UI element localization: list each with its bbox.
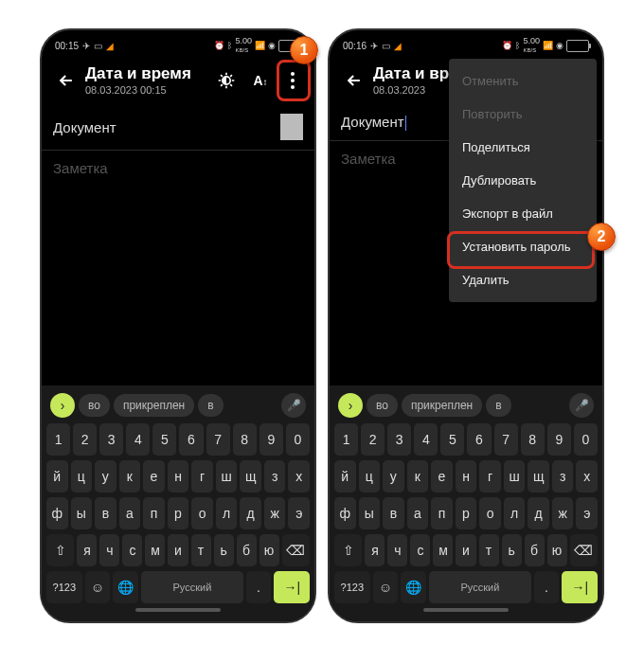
menu-password[interactable]: Установить пароль [449, 230, 597, 263]
dot-key[interactable]: . [534, 571, 560, 603]
key[interactable]: д [528, 497, 549, 529]
key-4[interactable]: 4 [126, 423, 150, 456]
backspace-key[interactable]: ⌫ [282, 534, 310, 566]
key[interactable]: х [288, 460, 310, 493]
suggestion-3[interactable]: в [486, 394, 510, 417]
key[interactable]: т [479, 534, 499, 566]
key[interactable]: у [383, 460, 404, 493]
key-7[interactable]: 7 [494, 423, 518, 456]
menu-undo[interactable]: Отменить [449, 64, 597, 98]
key[interactable]: е [143, 460, 165, 493]
mic-icon[interactable]: 🎤 [569, 393, 594, 418]
key[interactable]: й [46, 460, 68, 493]
key[interactable]: л [216, 497, 238, 529]
key[interactable]: ц [359, 460, 381, 493]
key-9[interactable]: 9 [259, 423, 283, 456]
key-5[interactable]: 5 [440, 423, 464, 456]
emoji-key[interactable]: ☺ [373, 571, 399, 603]
brightness-icon[interactable] [210, 64, 242, 97]
globe-key[interactable]: 🌐 [113, 571, 138, 603]
key[interactable]: а [407, 497, 429, 529]
menu-share[interactable]: Поделиться [449, 131, 597, 164]
key-2[interactable]: 2 [361, 423, 385, 456]
expand-button[interactable]: › [50, 393, 75, 418]
key[interactable]: и [168, 534, 188, 566]
key[interactable]: ч [99, 534, 119, 566]
key[interactable]: н [456, 460, 477, 493]
key[interactable]: э [288, 497, 310, 529]
suggestion-2[interactable]: прикреплен [402, 394, 482, 417]
keyboard[interactable]: › во прикреплен в 🎤 1 2 3 4 5 6 7 8 9 0 [330, 385, 602, 621]
key[interactable]: л [504, 497, 526, 529]
key[interactable]: ь [502, 534, 522, 566]
shift-key[interactable]: ⇧ [46, 534, 74, 566]
key[interactable]: ж [552, 497, 574, 529]
key[interactable]: г [191, 460, 213, 493]
more-button[interactable] [278, 64, 307, 97]
key[interactable]: и [456, 534, 475, 566]
key[interactable]: ц [71, 460, 93, 493]
key-4[interactable]: 4 [414, 423, 438, 456]
mic-icon[interactable]: 🎤 [281, 393, 306, 418]
key[interactable]: о [479, 497, 501, 529]
globe-key[interactable]: 🌐 [401, 571, 426, 603]
key[interactable]: о [191, 497, 213, 529]
key-9[interactable]: 9 [547, 423, 571, 456]
key-3[interactable]: 3 [387, 423, 411, 456]
note-input[interactable]: Заметка [42, 151, 314, 359]
backspace-key[interactable]: ⌫ [570, 534, 598, 566]
key[interactable]: м [433, 534, 453, 566]
document-row[interactable]: Документ [42, 104, 314, 151]
key[interactable]: п [431, 497, 453, 529]
key-8[interactable]: 8 [233, 423, 257, 456]
text-format-icon[interactable]: A↕ [244, 64, 277, 97]
key[interactable]: п [143, 497, 165, 529]
keyboard[interactable]: › во прикреплен в 🎤 1 2 3 4 5 6 7 8 9 0 [42, 385, 314, 621]
key[interactable]: д [240, 497, 261, 529]
key[interactable]: р [168, 497, 189, 529]
key[interactable]: ч [387, 534, 407, 566]
back-button[interactable] [337, 63, 371, 98]
suggestion-1[interactable]: во [367, 394, 398, 417]
key[interactable]: с [410, 534, 430, 566]
nav-bar[interactable] [135, 608, 221, 612]
key[interactable]: к [119, 460, 141, 493]
key[interactable]: а [119, 497, 141, 529]
key-8[interactable]: 8 [521, 423, 545, 456]
key[interactable]: б [237, 534, 257, 566]
key[interactable]: м [145, 534, 165, 566]
key[interactable]: щ [240, 460, 261, 493]
menu-delete[interactable]: Удалить [449, 263, 597, 296]
key[interactable]: у [95, 460, 116, 493]
shift-key[interactable]: ⇧ [334, 534, 362, 566]
key-3[interactable]: 3 [99, 423, 123, 456]
key[interactable]: й [334, 460, 356, 493]
key[interactable]: с [122, 534, 142, 566]
key[interactable]: ь [214, 534, 234, 566]
key[interactable]: ы [71, 497, 93, 529]
key[interactable]: ю [259, 534, 279, 566]
key[interactable]: в [95, 497, 116, 529]
key[interactable]: х [576, 460, 598, 493]
mode-key[interactable]: ?123 [46, 571, 82, 603]
key[interactable]: р [456, 497, 477, 529]
suggestion-3[interactable]: в [198, 394, 223, 417]
key-7[interactable]: 7 [206, 423, 230, 456]
key[interactable]: ш [504, 460, 526, 493]
key[interactable]: ф [334, 497, 356, 529]
document-thumb[interactable] [280, 114, 303, 140]
key-0[interactable]: 0 [574, 423, 598, 456]
space-key[interactable]: Русский [429, 571, 530, 603]
key[interactable]: э [576, 497, 598, 529]
suggestion-1[interactable]: во [79, 394, 110, 417]
key-1[interactable]: 1 [334, 423, 358, 456]
expand-button[interactable]: › [338, 393, 363, 418]
enter-key[interactable]: →| [274, 571, 310, 603]
menu-redo[interactable]: Повторить [449, 98, 597, 131]
key-6[interactable]: 6 [179, 423, 203, 456]
key-2[interactable]: 2 [73, 423, 97, 456]
key[interactable]: е [431, 460, 453, 493]
key[interactable]: щ [528, 460, 549, 493]
key[interactable]: ф [46, 497, 68, 529]
nav-bar[interactable] [423, 608, 509, 612]
